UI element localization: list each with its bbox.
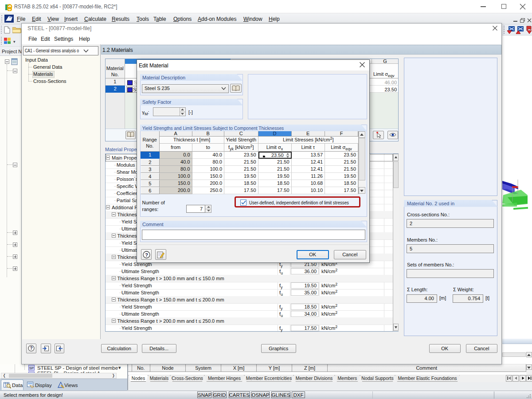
svg-text:?: ? — [145, 252, 148, 257]
